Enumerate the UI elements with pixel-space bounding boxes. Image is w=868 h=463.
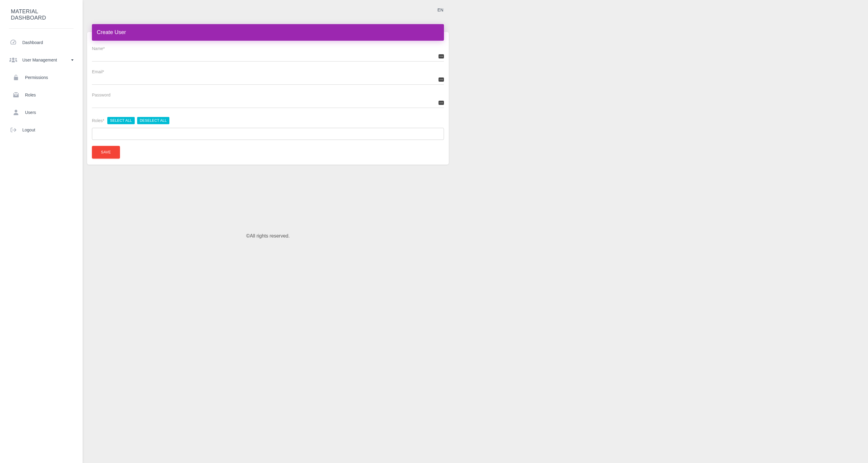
sidebar-item-label: Permissions: [25, 75, 73, 80]
language-toggle[interactable]: EN: [438, 7, 443, 12]
input-more-icon[interactable]: [438, 78, 444, 82]
card-body: Name* Email* Password Roles* SELECT A: [87, 46, 449, 164]
user-icon: [12, 108, 20, 117]
name-input[interactable]: [92, 53, 444, 61]
create-user-card: Create User Name* Email* Password: [87, 32, 449, 164]
sidebar-nav: Dashboard User Management Permissions Ro…: [0, 35, 83, 138]
sidebar-item-users[interactable]: Users: [6, 104, 78, 120]
logout-icon: [9, 126, 18, 134]
input-more-icon[interactable]: [438, 54, 444, 59]
sidebar-item-label: Roles: [25, 93, 73, 97]
name-label: Name*: [92, 46, 444, 51]
sidebar-item-label: Logout: [22, 127, 73, 132]
chevron-down-icon: [71, 59, 73, 61]
input-more-icon[interactable]: [438, 101, 444, 105]
briefcase-icon: [12, 91, 20, 99]
app-title: MATERIAL DASHBOARD: [0, 0, 83, 28]
sidebar-item-roles[interactable]: Roles: [6, 87, 78, 103]
sidebar-item-permissions[interactable]: Permissions: [6, 70, 78, 85]
sidebar: MATERIAL DASHBOARD Dashboard User Manage…: [0, 0, 83, 242]
email-label: Email*: [92, 69, 444, 74]
main-content: EN Create User Name* Email* Password: [83, 0, 453, 242]
password-field-group: Password: [92, 93, 444, 108]
sidebar-divider: [9, 28, 73, 29]
card-title: Create User: [92, 24, 444, 41]
roles-multiselect[interactable]: [92, 128, 444, 140]
name-field-group: Name*: [92, 46, 444, 61]
sidebar-item-label: User Management: [22, 58, 71, 62]
sidebar-item-user-management[interactable]: User Management: [4, 52, 78, 68]
email-input[interactable]: [92, 76, 444, 85]
roles-label: Roles*: [92, 118, 104, 123]
save-button[interactable]: SAVE: [92, 146, 120, 159]
unlock-icon: [12, 73, 20, 82]
users-icon: [9, 56, 18, 64]
select-all-button[interactable]: SELECT ALL: [107, 117, 135, 124]
sidebar-item-dashboard[interactable]: Dashboard: [4, 35, 78, 50]
password-input[interactable]: [92, 99, 444, 108]
roles-header-row: Roles* SELECT ALL DESELECT ALL: [92, 117, 444, 124]
dashboard-icon: [9, 38, 18, 47]
sidebar-item-logout[interactable]: Logout: [4, 122, 78, 138]
deselect-all-button[interactable]: DESELECT ALL: [137, 117, 170, 124]
sidebar-item-label: Dashboard: [22, 40, 73, 45]
password-label: Password: [92, 93, 444, 97]
sidebar-item-label: Users: [25, 110, 73, 115]
email-field-group: Email*: [92, 69, 444, 85]
content-area: Create User Name* Email* Password: [83, 0, 453, 227]
footer-text: ©All rights reserved.: [83, 227, 453, 242]
